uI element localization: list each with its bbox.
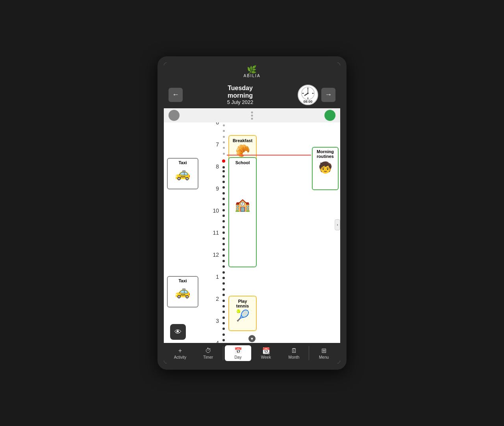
scroll-indicators bbox=[164, 108, 340, 122]
menu-icon: ⊞ bbox=[321, 347, 326, 354]
tl-dot bbox=[222, 232, 225, 234]
scroll-dot-right bbox=[324, 110, 335, 121]
tl-dot bbox=[223, 136, 225, 138]
dot-slot-4 bbox=[222, 191, 225, 207]
dot-1 bbox=[251, 111, 253, 113]
svg-point-7 bbox=[307, 93, 309, 94]
activity-icon: + bbox=[178, 347, 182, 354]
tl-dot bbox=[222, 277, 225, 279]
dot-slot-9 bbox=[222, 275, 225, 292]
bottom-nav: + Activity ⏱ Timer 📅 Day 📆 Week 🗓 Month bbox=[164, 343, 340, 363]
current-time-line bbox=[227, 155, 311, 156]
tl-dot bbox=[222, 209, 225, 211]
tl-dot bbox=[222, 300, 225, 302]
tl-dot bbox=[222, 265, 225, 268]
week-label: Week bbox=[261, 355, 271, 359]
tl-dot bbox=[222, 271, 225, 274]
nav-divider bbox=[223, 346, 223, 360]
tl-dot bbox=[222, 226, 225, 228]
nav-menu[interactable]: ⊞ Menu bbox=[311, 345, 337, 361]
events-column: Breakfast 🥐 School 🏫 Play tennis 🎾 bbox=[227, 122, 311, 343]
play-tennis-label: Play tennis bbox=[232, 299, 254, 308]
tl-dot bbox=[222, 181, 225, 183]
tl-dot bbox=[222, 311, 225, 313]
tl-dot bbox=[222, 166, 225, 169]
center-dots bbox=[251, 111, 253, 120]
dot-slot-5 bbox=[222, 207, 225, 224]
dot-slot-8 bbox=[222, 258, 225, 275]
tl-dot bbox=[222, 198, 225, 200]
clock-time: 08:00 bbox=[303, 100, 312, 104]
scroll-right-btn[interactable]: › bbox=[335, 219, 340, 230]
taxi2-label: Taxi bbox=[178, 278, 187, 283]
taxi-card-1[interactable]: Taxi 🚕 bbox=[167, 158, 198, 189]
tl-dot bbox=[222, 237, 225, 240]
morning-routines-icon: 🧒 bbox=[319, 161, 332, 174]
school-card[interactable]: School 🏫 bbox=[228, 157, 257, 267]
tl-dot bbox=[222, 243, 225, 245]
play-tennis-icon: 🎾 bbox=[236, 309, 250, 322]
device-screen: 🌿 ABILIA ← Tuesday morning 5 July 2022 bbox=[164, 63, 340, 363]
tl-dot bbox=[222, 215, 225, 217]
logo-bar: 🌿 ABILIA bbox=[164, 63, 340, 81]
title-bar: ← Tuesday morning 5 July 2022 bbox=[164, 81, 340, 108]
dot-slot-2 bbox=[222, 156, 225, 173]
dot-slot-12 bbox=[222, 326, 225, 343]
school-icon: 🏫 bbox=[235, 197, 250, 212]
device-frame: 🌿 ABILIA ← Tuesday morning 5 July 2022 bbox=[158, 56, 346, 370]
month-label: Month bbox=[289, 355, 300, 359]
tl-dot bbox=[222, 305, 225, 307]
dot-slot-10 bbox=[222, 292, 225, 309]
morning-routines-card[interactable]: Morning routines 🧒 bbox=[312, 147, 339, 190]
tl-dot bbox=[223, 141, 225, 143]
tl-dot bbox=[222, 192, 225, 194]
nav-activity[interactable]: + Activity bbox=[167, 346, 193, 361]
taxi2-icon: 🚕 bbox=[175, 284, 191, 299]
clock-widget[interactable]: 08:00 bbox=[298, 85, 318, 105]
tl-dot bbox=[222, 288, 225, 291]
nav-week[interactable]: 📆 Week bbox=[253, 345, 279, 361]
nav-month[interactable]: 🗓 Month bbox=[281, 346, 307, 361]
dot-3 bbox=[251, 118, 253, 120]
taxi1-icon: 🚕 bbox=[175, 166, 191, 181]
time-column: 6 7 8 9 10 11 12 1 2 3 4 5 6 bbox=[203, 122, 220, 343]
tl-dot bbox=[222, 322, 225, 324]
nav-timer[interactable]: ⏱ Timer bbox=[195, 346, 221, 361]
tl-dot bbox=[222, 339, 225, 341]
tl-dot bbox=[223, 147, 225, 149]
timer-label: Timer bbox=[203, 355, 213, 359]
eye-button[interactable]: 👁 bbox=[170, 324, 186, 340]
timer-icon: ⏱ bbox=[205, 347, 211, 354]
month-icon: 🗓 bbox=[291, 347, 297, 354]
tl-dot bbox=[222, 248, 225, 251]
dot-2 bbox=[251, 115, 253, 117]
school-label: School bbox=[235, 160, 250, 165]
next-button[interactable]: → bbox=[321, 88, 335, 102]
dot-slot-11 bbox=[222, 309, 225, 326]
tl-dot bbox=[222, 170, 225, 172]
week-icon: 📆 bbox=[262, 347, 270, 354]
taxi-card-2[interactable]: Taxi 🚕 bbox=[167, 276, 198, 307]
tl-dot bbox=[223, 130, 225, 132]
title-center: Tuesday morning 5 July 2022 bbox=[186, 84, 295, 105]
left-column: Taxi 🚕 Taxi 🚕 bbox=[164, 122, 203, 343]
logo-text: ABILIA bbox=[243, 74, 260, 78]
tl-dot bbox=[223, 153, 225, 155]
taxi1-label: Taxi bbox=[178, 160, 187, 165]
tl-dot bbox=[222, 203, 225, 206]
play-tennis-card[interactable]: Play tennis 🎾 bbox=[228, 296, 257, 331]
day-label: Day bbox=[235, 355, 242, 359]
dot-slot-1 bbox=[223, 139, 225, 156]
prev-button[interactable]: ← bbox=[169, 88, 183, 102]
dot-slot-0 bbox=[223, 122, 225, 139]
dots-column bbox=[220, 122, 227, 343]
nav-day[interactable]: 📅 Day bbox=[225, 345, 251, 361]
activity-label: Activity bbox=[174, 355, 187, 359]
tl-dot bbox=[222, 328, 225, 330]
scroll-down-indicator[interactable]: ▼ bbox=[248, 335, 256, 342]
tl-dot bbox=[222, 282, 225, 285]
current-time-dot bbox=[222, 159, 225, 163]
dot-slot-7 bbox=[222, 241, 225, 258]
title-period: morning bbox=[186, 92, 295, 99]
title-day: Tuesday bbox=[186, 84, 295, 92]
